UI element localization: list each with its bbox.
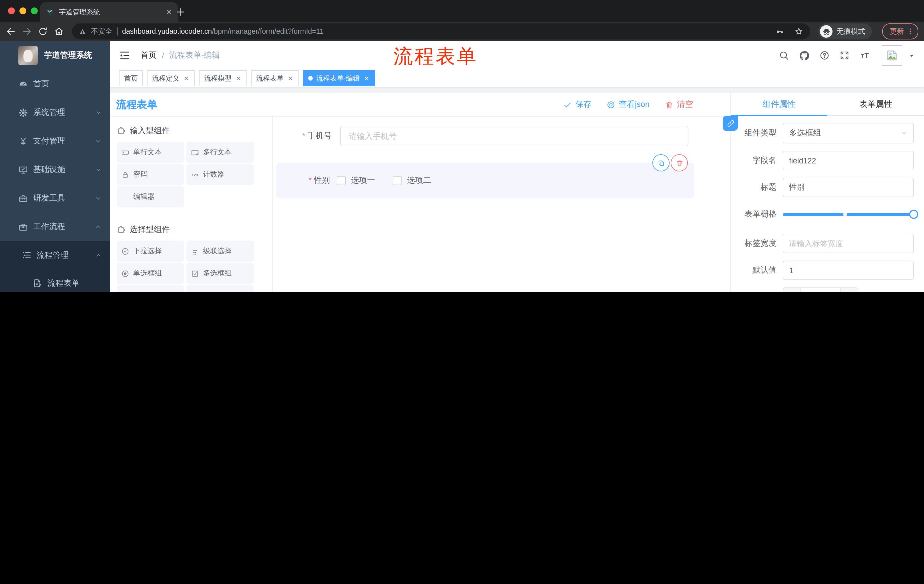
- password-key-icon[interactable]: [776, 27, 784, 36]
- tag-process-model[interactable]: 流程模型✕: [199, 70, 247, 86]
- data-bind-button[interactable]: [723, 116, 738, 131]
- tab-form-props[interactable]: 表单属性: [827, 93, 924, 115]
- lock-icon: [121, 171, 129, 179]
- tab-close-icon[interactable]: [166, 8, 173, 15]
- component-type-select[interactable]: 多选框组: [783, 123, 914, 143]
- tab-component-props[interactable]: 组件属性: [731, 93, 827, 115]
- designer-title-bar: 流程表单 保存 查看json: [110, 93, 730, 117]
- sidebar-item-system[interactable]: 系统管理: [0, 98, 110, 127]
- sidebar-item-process-management[interactable]: 流程管理: [0, 241, 110, 269]
- sidebar-item-payment[interactable]: 支付管理: [0, 127, 110, 155]
- tag-close-icon[interactable]: ✕: [287, 74, 294, 82]
- select-icon: [121, 247, 129, 255]
- tag-process-form-edit[interactable]: 流程表单-编辑✕: [303, 70, 375, 86]
- logo[interactable]: 芋道管理系统: [0, 41, 110, 70]
- maximize-window-button[interactable]: [31, 7, 38, 14]
- default-value-input[interactable]: [783, 261, 914, 280]
- sidebar-item-label: 支付管理: [33, 136, 95, 146]
- component-radio-group[interactable]: 单选框组: [117, 263, 184, 284]
- bookmark-star-icon[interactable]: [794, 27, 804, 36]
- back-button[interactable]: [6, 26, 16, 36]
- checkbox-box[interactable]: [393, 176, 402, 185]
- tag-close-icon[interactable]: ✕: [235, 74, 242, 82]
- component-password[interactable]: 密码: [117, 164, 184, 185]
- tag-home[interactable]: 首页: [119, 70, 143, 86]
- update-button[interactable]: 更新: [882, 23, 918, 39]
- gender-checkbox-1[interactable]: 选项一: [337, 175, 375, 186]
- component-cascader[interactable]: 级联选择: [186, 240, 254, 262]
- sidebar-item-process-form[interactable]: 流程表单: [0, 269, 110, 292]
- field-phone[interactable]: 手机号: [276, 126, 688, 146]
- slider-handle[interactable]: [909, 210, 918, 219]
- component-counter[interactable]: 123 计数器: [186, 164, 254, 185]
- copy-component-button[interactable]: [652, 154, 670, 171]
- form-canvas[interactable]: 手机号 性别 选项一选项二: [273, 117, 730, 292]
- puzzle-icon: [117, 126, 126, 135]
- save-button[interactable]: 保存: [563, 99, 592, 110]
- view-json-button[interactable]: 查看json: [607, 99, 650, 110]
- url-divider: [117, 28, 117, 35]
- minimize-window-button[interactable]: [20, 7, 26, 14]
- sidebar-item-home[interactable]: 首页: [0, 70, 110, 98]
- search-icon[interactable]: [779, 50, 789, 61]
- component-switch[interactable]: 开关: [117, 285, 184, 292]
- field-gender-selected[interactable]: 性别 选项一选项二: [276, 163, 694, 198]
- github-icon[interactable]: [799, 50, 810, 61]
- component-editor[interactable]: 编辑器: [117, 186, 184, 207]
- tag-close-icon[interactable]: ✕: [183, 74, 190, 82]
- component-checkbox-group[interactable]: 多选框组: [186, 263, 254, 284]
- decrease-button[interactable]: −: [783, 288, 801, 292]
- user-menu-caret-icon[interactable]: [909, 52, 915, 59]
- help-icon[interactable]: [819, 50, 830, 61]
- tag-close-icon[interactable]: ✕: [363, 74, 370, 82]
- browser-toolbar: 不安全 dashboard.yudao.iocoder.cn/bpm/manag…: [0, 22, 924, 41]
- font-size-icon[interactable]: TT: [860, 50, 872, 61]
- delete-icon: [676, 159, 683, 166]
- checkbox-box[interactable]: [337, 176, 346, 185]
- slider-track[interactable]: [783, 213, 914, 216]
- component-type-value: 多选框组: [789, 128, 821, 138]
- eye-icon: [607, 100, 615, 109]
- forward-button[interactable]: [22, 26, 32, 36]
- close-window-button[interactable]: [8, 7, 15, 14]
- not-secure-icon: [79, 28, 86, 35]
- fullscreen-icon[interactable]: [839, 50, 850, 61]
- browser-menu-icon[interactable]: [906, 28, 914, 35]
- sidebar-item-workflow[interactable]: 工作流程: [0, 212, 110, 241]
- browser-tab[interactable]: 芋道管理系统: [40, 2, 178, 22]
- reload-button[interactable]: [38, 26, 48, 36]
- sidebar-item-infrastructure[interactable]: 基础设施: [0, 155, 110, 184]
- component-multi-line-text[interactable]: 多行文本: [186, 142, 254, 163]
- briefcase-icon: [18, 222, 28, 232]
- phone-input[interactable]: [340, 126, 688, 146]
- radio-icon: [121, 270, 129, 277]
- sidebar-item-dev-tools[interactable]: 研发工具: [0, 184, 110, 212]
- gender-checkbox-2[interactable]: 选项二: [393, 175, 431, 186]
- home-button[interactable]: [54, 26, 64, 36]
- prop-component-type: 组件类型 多选框组: [731, 123, 914, 143]
- breadcrumb-home[interactable]: 首页: [141, 50, 157, 61]
- logo-title: 芋道管理系统: [44, 50, 92, 61]
- title-input[interactable]: [783, 178, 914, 197]
- window-controls[interactable]: [8, 7, 38, 14]
- min-select-input[interactable]: [801, 288, 840, 292]
- new-tab-button[interactable]: [175, 6, 186, 18]
- grid-slider[interactable]: [783, 204, 914, 224]
- label-width-input[interactable]: [783, 234, 914, 253]
- checkbox-label: 选项一: [351, 175, 375, 186]
- field-name-input[interactable]: [783, 151, 914, 170]
- incognito-badge: 无痕模式: [818, 23, 872, 39]
- clear-button[interactable]: 清空: [665, 99, 693, 110]
- component-single-line-text[interactable]: 单行文本: [117, 142, 184, 163]
- tag-process-form[interactable]: 流程表单✕: [251, 70, 299, 86]
- tag-process-definition[interactable]: 流程定义✕: [147, 70, 195, 86]
- delete-component-button[interactable]: [671, 154, 688, 171]
- sidebar-fold-icon[interactable]: [119, 50, 130, 61]
- component-select[interactable]: 下拉选择: [117, 240, 184, 262]
- copy-icon: [657, 159, 665, 166]
- component-slider[interactable]: 滑块: [186, 285, 254, 292]
- increase-button[interactable]: +: [840, 288, 858, 292]
- prop-label-width: 标签宽度: [731, 234, 914, 253]
- address-bar[interactable]: 不安全 dashboard.yudao.iocoder.cn/bpm/manag…: [72, 23, 810, 39]
- avatar[interactable]: [882, 45, 902, 66]
